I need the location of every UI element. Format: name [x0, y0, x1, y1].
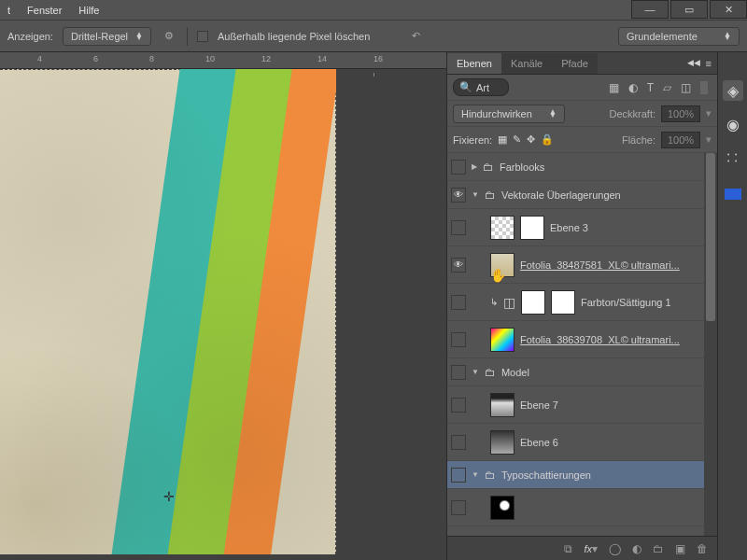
document-canvas[interactable]: ✛	[0, 69, 336, 554]
elements-dropdown[interactable]: Grundelemente▲▼	[618, 27, 740, 46]
menu-item[interactable]: t	[7, 5, 10, 16]
layer-thumbnail[interactable]	[490, 216, 514, 240]
visibility-toggle[interactable]: 👁	[451, 188, 466, 203]
adjustment-icon[interactable]: ◐	[632, 542, 641, 555]
dock-layers-icon[interactable]: ◈	[723, 80, 743, 101]
right-dock: ◈ ◉ ⸬	[717, 52, 747, 560]
gear-icon[interactable]: ⚙	[161, 28, 177, 45]
disclosure-icon[interactable]: ▼	[472, 368, 479, 376]
folder-icon: 🗀	[483, 161, 494, 174]
layer-row[interactable]: Ebene 6	[447, 424, 717, 461]
layer-name[interactable]: Model	[501, 367, 713, 378]
minimize-button[interactable]: —	[631, 0, 669, 19]
visibility-toggle[interactable]	[451, 468, 466, 483]
layer-row[interactable]: Ebene 3	[447, 209, 717, 246]
visibility-toggle[interactable]	[451, 365, 466, 380]
layer-thumbnail[interactable]	[490, 328, 514, 352]
layer-thumbnail[interactable]	[490, 496, 514, 520]
visibility-toggle[interactable]	[451, 295, 466, 310]
visibility-toggle[interactable]	[451, 332, 466, 347]
layer-row[interactable]: Fotolia_38639708_XL© ultramari...	[447, 321, 717, 358]
layer-thumbnail[interactable]	[490, 253, 514, 277]
filter-toggle[interactable]	[700, 81, 708, 94]
layer-name[interactable]: Typoschattierungen	[501, 469, 713, 481]
layer-thumbnail[interactable]	[521, 290, 545, 315]
mask-icon[interactable]: ◯	[609, 542, 621, 555]
lock-position-icon[interactable]: ✥	[527, 133, 535, 146]
dock-color-icon[interactable]	[725, 189, 741, 200]
filter-pixel-icon[interactable]: ▦	[609, 81, 619, 94]
delete-icon[interactable]: 🗑	[697, 542, 708, 555]
layer-thumbnail[interactable]	[520, 216, 544, 240]
layer-row[interactable]: ↳◫Farbton/Sättigung 1	[447, 284, 717, 321]
blend-mode-dropdown[interactable]: Hindurchwirken▲▼	[453, 105, 565, 123]
link-layers-icon[interactable]: ⧉	[564, 542, 572, 555]
scrollbar[interactable]	[704, 153, 717, 536]
dock-channels-icon[interactable]: ◉	[723, 114, 743, 134]
filter-adjust-icon[interactable]: ◐	[628, 81, 638, 94]
scrollbar-thumb[interactable]	[706, 153, 715, 321]
visibility-toggle[interactable]	[451, 220, 466, 235]
disclosure-icon[interactable]: ▼	[472, 190, 479, 199]
tab-channels[interactable]: Kanäle	[501, 53, 552, 74]
opacity-field[interactable]: 100%	[661, 105, 700, 122]
layer-row[interactable]: 👁▼🗀Vektorale Überlagerungen	[447, 181, 717, 209]
filter-shape-icon[interactable]: ▱	[663, 81, 671, 94]
tab-paths[interactable]: Pfade	[552, 53, 598, 74]
layer-name[interactable]: Farblooks	[500, 161, 713, 173]
layer-row[interactable]: ▼🗀Model	[447, 358, 717, 386]
collapse-icon[interactable]: ◀◀	[687, 58, 700, 69]
disclosure-icon[interactable]: ▶	[472, 162, 477, 171]
layer-thumbnail[interactable]	[490, 430, 514, 455]
filter-smart-icon[interactable]: ◫	[681, 81, 691, 94]
layer-thumbnail[interactable]	[490, 393, 514, 417]
layer-name[interactable]: Ebene 3	[550, 222, 713, 233]
group-icon[interactable]: 🗀	[653, 542, 664, 555]
dock-paths-icon[interactable]: ⸬	[723, 147, 743, 168]
layer-name[interactable]: Vektorale Überlagerungen	[501, 189, 713, 201]
layers-panel: Ebenen Kanäle Pfade ◀◀ ≡ 🔍Art ▦ ◐ T ▱ ◫	[446, 52, 717, 560]
layer-name[interactable]: Fotolia_38639708_XL© ultramari...	[520, 334, 713, 345]
fx-icon[interactable]: fx▾	[584, 542, 598, 555]
filter-type-icon[interactable]: T	[647, 81, 654, 94]
layer-name[interactable]: Ebene 6	[520, 437, 713, 448]
layer-name[interactable]: Fotolia_38487581_XL© ultramari...	[520, 259, 713, 271]
layer-thumbnail[interactable]	[551, 290, 575, 315]
opacity-label: Deckkraft:	[609, 108, 655, 119]
fill-flyout-icon[interactable]: ▾	[706, 133, 712, 146]
lock-pixels-icon[interactable]: ✎	[513, 133, 521, 146]
crop-center-icon[interactable]: ✛	[163, 489, 175, 504]
layer-name[interactable]: Farbton/Sättigung 1	[581, 297, 713, 308]
visibility-toggle[interactable]	[451, 500, 466, 515]
visibility-toggle[interactable]	[451, 435, 466, 450]
disclosure-icon[interactable]: ▼	[472, 470, 479, 479]
reset-icon[interactable]: ↶	[407, 28, 424, 45]
layer-filter-dropdown[interactable]: 🔍Art	[453, 78, 509, 96]
layer-row[interactable]: ▼🗀Typoschattierungen	[447, 461, 717, 489]
delete-outside-checkbox[interactable]	[197, 31, 208, 42]
workspace: 4 6 8 10 12 14 16 ✛ Ebenen Kanäle Pfade …	[0, 52, 747, 560]
layer-row[interactable]: Ebene 7	[447, 386, 717, 424]
layer-name[interactable]: Ebene 7	[520, 399, 713, 411]
layer-row[interactable]	[447, 489, 717, 526]
new-layer-icon[interactable]: ▣	[675, 542, 685, 555]
canvas-area[interactable]: 4 6 8 10 12 14 16 ✛	[0, 52, 446, 560]
panel-menu-icon[interactable]: ≡	[706, 58, 712, 69]
layer-panel-footer: ⧉ fx▾ ◯ ◐ 🗀 ▣ 🗑	[447, 536, 717, 560]
close-button[interactable]: ✕	[710, 0, 747, 19]
menu-item[interactable]: Fenster	[27, 5, 62, 16]
maximize-button[interactable]: ▭	[670, 0, 708, 19]
visibility-toggle[interactable]: 👁	[451, 258, 466, 273]
tab-layers[interactable]: Ebenen	[447, 53, 501, 74]
lock-all-icon[interactable]: 🔒	[541, 133, 554, 146]
menu-item[interactable]: Hilfe	[78, 5, 99, 16]
layer-row[interactable]: 👁Fotolia_38487581_XL© ultramari...	[447, 246, 717, 284]
layer-list[interactable]: ▶🗀Farblooks👁▼🗀Vektorale ÜberlagerungenEb…	[447, 153, 717, 536]
rule-dropdown[interactable]: Drittel-Regel▲▼	[63, 27, 151, 46]
lock-transparency-icon[interactable]: ▦	[498, 133, 507, 146]
opacity-flyout-icon[interactable]: ▾	[706, 107, 712, 119]
visibility-toggle[interactable]	[451, 398, 466, 413]
layer-row[interactable]: ▶🗀Farblooks	[447, 153, 717, 181]
fill-field[interactable]: 100%	[661, 132, 700, 148]
visibility-toggle[interactable]	[451, 160, 466, 175]
